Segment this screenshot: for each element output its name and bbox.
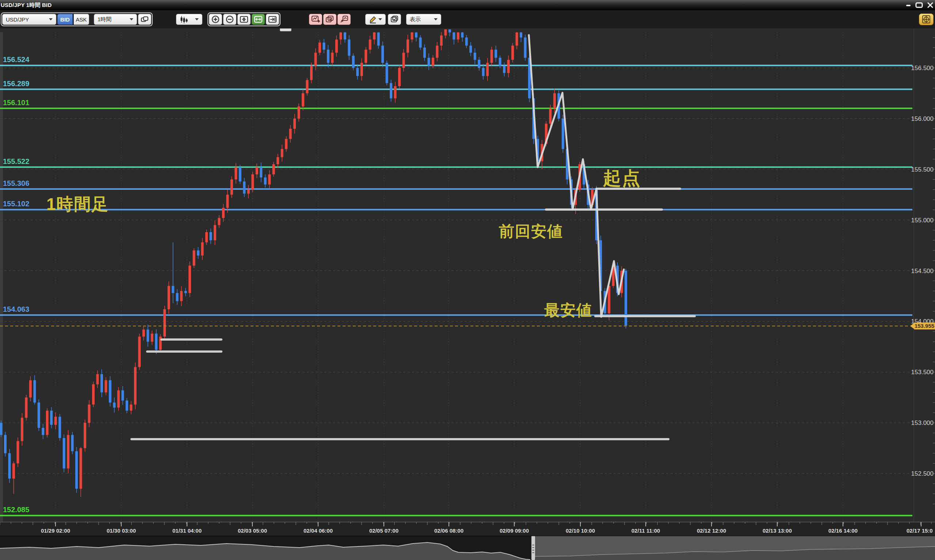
price-level-label: 156.524 — [3, 55, 29, 63]
candle — [201, 242, 204, 255]
candle — [12, 463, 15, 478]
scroll-to-latest-button[interactable] — [266, 14, 279, 25]
candle — [42, 428, 44, 435]
time-tick-label: 02/12 12:00 — [697, 528, 726, 534]
candle — [461, 32, 464, 38]
fit-horizontal-button[interactable] — [252, 14, 265, 25]
candle — [365, 50, 367, 63]
plot-background[interactable] — [0, 28, 935, 536]
symbol-group-frame: USD/JPY BID ASK 1時間 — [1, 12, 152, 26]
candle — [251, 174, 254, 190]
candle — [185, 291, 187, 293]
candle — [129, 405, 132, 411]
bid-button[interactable]: BID — [57, 14, 73, 25]
title-bar: USD/JPY 1時間 BID — [0, 0, 935, 11]
candle — [75, 451, 78, 489]
ask-button[interactable]: ASK — [74, 14, 89, 25]
candle — [264, 177, 266, 185]
annotation-text[interactable]: 起点 — [603, 168, 641, 188]
candle — [419, 38, 422, 48]
candle — [415, 32, 417, 38]
time-tick-label: 02/17 15:00 — [907, 528, 935, 534]
candle — [243, 182, 245, 194]
fit-chart-button[interactable] — [237, 14, 251, 25]
candle — [469, 46, 472, 52]
candle — [453, 32, 455, 39]
candle — [138, 337, 141, 367]
time-axis-panel[interactable] — [0, 522, 935, 536]
apply-study-icon[interactable] — [337, 14, 351, 25]
candle — [142, 330, 145, 337]
candle — [151, 334, 153, 342]
crosshair-target-button[interactable] — [919, 14, 933, 25]
timeframe-label: 1時間 — [97, 16, 111, 23]
candle — [344, 32, 346, 39]
candle — [356, 68, 359, 76]
display-menu-button[interactable]: 表示 — [406, 14, 441, 25]
candle — [268, 174, 271, 185]
close-icon[interactable] — [927, 0, 933, 10]
candle — [423, 48, 426, 58]
candle — [369, 39, 371, 50]
candle — [306, 80, 309, 93]
candle — [436, 46, 438, 58]
candle — [335, 39, 338, 52]
candle — [117, 390, 120, 408]
candle — [46, 411, 49, 435]
chevron-down-icon — [129, 18, 133, 20]
zoom-out-button[interactable] — [223, 14, 236, 25]
chevron-down-icon — [195, 18, 199, 20]
candle — [134, 367, 137, 405]
candle — [67, 435, 69, 469]
chart-canvas[interactable]: 156.524156.289156.101155.522155.306155.1… — [0, 0, 935, 560]
chart-check-icon[interactable] — [388, 14, 401, 25]
annotation-text[interactable]: 最安値 — [544, 302, 592, 319]
symbol-label: USD/JPY — [6, 17, 29, 23]
annotation-text[interactable]: 前回安値 — [499, 223, 563, 240]
candle — [21, 418, 23, 441]
candle — [285, 139, 287, 149]
candle — [327, 50, 330, 63]
candle — [239, 167, 242, 182]
candle — [394, 86, 397, 98]
candle — [507, 60, 510, 73]
time-tick-label: 02/04 06:00 — [303, 528, 333, 534]
time-tick-label: 02/06 08:00 — [434, 528, 464, 534]
candle — [8, 454, 11, 478]
add-study-icon[interactable] — [309, 14, 322, 25]
study-settings-icon[interactable] — [323, 14, 336, 25]
candle — [205, 232, 208, 242]
candle — [218, 218, 220, 225]
draw-tool-button[interactable] — [365, 14, 386, 25]
candle — [100, 374, 103, 392]
candle — [381, 46, 384, 63]
zoom-group-frame — [208, 12, 280, 26]
candle — [197, 251, 199, 255]
candle — [625, 271, 627, 326]
candle — [273, 164, 275, 174]
candle — [448, 29, 451, 32]
annotation-text[interactable]: 1時間足 — [46, 195, 109, 214]
chart-type-button[interactable] — [176, 14, 202, 25]
price-axis-panel[interactable] — [914, 28, 935, 522]
window-title: USD/JPY 1時間 BID — [1, 2, 51, 9]
candle — [168, 286, 170, 309]
candle — [465, 38, 468, 46]
timeframe-select[interactable]: 1時間 — [94, 14, 137, 25]
time-tick-label: 02/05 07:00 — [369, 528, 399, 534]
candle — [256, 167, 258, 174]
time-tick-label: 02/09 09:00 — [500, 528, 529, 534]
price-level-label: 156.289 — [3, 80, 29, 88]
compare-charts-icon[interactable] — [138, 14, 151, 25]
candle — [146, 330, 149, 342]
symbol-select[interactable]: USD/JPY — [2, 14, 56, 25]
maximize-icon[interactable] — [915, 0, 923, 10]
minimize-icon[interactable] — [905, 0, 912, 10]
candle — [520, 32, 522, 38]
zoom-in-button[interactable] — [209, 14, 222, 25]
price-tick-label: 155.000 — [911, 217, 933, 224]
candle — [490, 50, 493, 63]
price-tick-label: 156.500 — [911, 65, 933, 72]
price-tick-label: 153.500 — [911, 369, 933, 375]
candle — [549, 108, 551, 124]
